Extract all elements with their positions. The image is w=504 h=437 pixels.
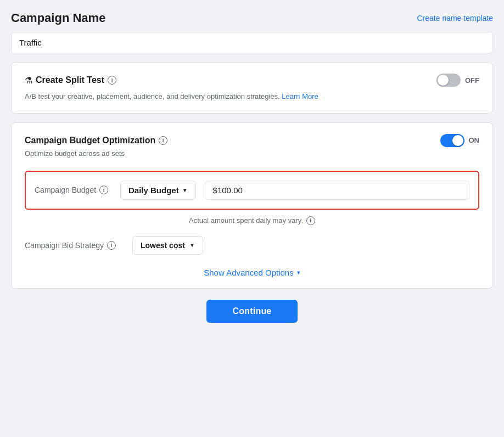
campaign-name-section-header: Campaign Name Create name template [11,11,493,25]
show-advanced-options-row[interactable]: Show Advanced Options ▾ [25,268,479,277]
cbo-toggle-container: ON [440,134,480,147]
create-name-template-link[interactable]: Create name template [417,14,493,23]
campaign-budget-row: Campaign Budget i Daily Budget ▼ [25,171,479,210]
bid-strategy-label-text: Campaign Bid Strategy [25,241,104,250]
daily-budget-dropdown-arrow: ▼ [182,187,188,193]
actual-amount-note: Actual amount spent daily may vary. i [25,216,479,225]
budget-label-text: Campaign Budget [35,186,96,194]
continue-btn-container: Continue [11,300,493,323]
bid-strategy-row: Campaign Bid Strategy i Lowest cost ▼ [25,236,479,255]
split-test-toggle-container: OFF [436,74,479,87]
page-container: Campaign Name Create name template ⚗ Cre… [11,11,493,323]
campaign-name-input[interactable] [11,32,493,53]
campaign-budget-label: Campaign Budget i [35,186,111,194]
cbo-info-icon[interactable]: i [159,136,167,145]
campaign-budget-info-icon[interactable]: i [99,186,108,194]
split-test-title: Create Split Test [36,75,104,85]
split-test-toggle[interactable] [436,74,461,87]
split-test-toggle-label: OFF [465,76,479,85]
cbo-card: Campaign Budget Optimization i ON Optimi… [11,122,493,289]
actual-amount-text: Actual amount spent daily may vary. [189,216,303,225]
cbo-title: Campaign Budget Optimization [25,136,155,145]
advanced-options-chevron-icon: ▾ [297,269,300,276]
split-test-toggle-knob [438,75,449,86]
cbo-toggle[interactable] [440,134,464,147]
cbo-header: Campaign Budget Optimization i ON [25,134,479,147]
daily-budget-dropdown[interactable]: Daily Budget ▼ [120,181,196,200]
split-test-learn-more-link[interactable]: Learn More [282,92,318,100]
bid-strategy-dropdown-value: Lowest cost [141,241,185,250]
split-test-card: ⚗ Create Split Test i OFF A/B test your … [11,62,493,114]
show-advanced-options-text: Show Advanced Options [204,268,293,277]
cbo-description: Optimize budget across ad sets [25,149,479,158]
lowest-cost-dropdown[interactable]: Lowest cost ▼ [132,236,203,255]
bid-strategy-label: Campaign Bid Strategy i [25,241,124,250]
split-test-header: ⚗ Create Split Test i OFF [25,74,479,87]
split-test-description: A/B test your creative, placement, audie… [25,91,479,102]
cbo-toggle-label: ON [469,136,480,144]
cbo-toggle-knob [452,135,463,146]
split-test-title-row: ⚗ Create Split Test i [25,75,116,86]
page-title: Campaign Name [11,11,105,25]
split-test-info-icon[interactable]: i [108,76,116,85]
daily-budget-dropdown-value: Daily Budget [128,186,179,195]
flask-icon: ⚗ [25,75,32,86]
bid-strategy-dropdown-arrow: ▼ [189,242,195,248]
actual-amount-info-icon[interactable]: i [306,216,315,225]
bid-strategy-info-icon[interactable]: i [107,241,116,250]
budget-amount-input[interactable] [205,181,469,200]
continue-button[interactable]: Continue [206,300,298,323]
cbo-title-row: Campaign Budget Optimization i [25,136,167,145]
